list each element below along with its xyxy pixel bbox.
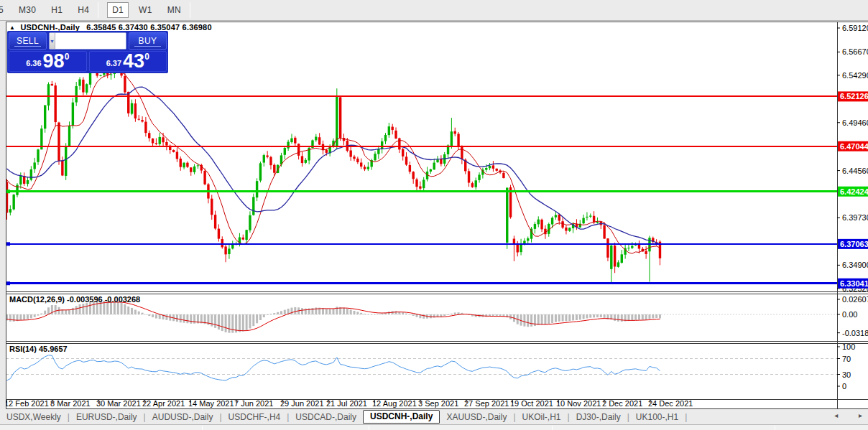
date-axis-label: 27 Sep 2021 bbox=[464, 399, 509, 408]
macd-axis-label: 0.02607 bbox=[842, 295, 868, 304]
tab-dj30-daily[interactable]: DJ30-,Daily bbox=[570, 411, 627, 424]
tab-ukoil-h1[interactable]: UKOil-,H1 bbox=[516, 411, 568, 424]
price-axis-label: 6.56670 bbox=[842, 47, 868, 56]
tab-eurusd-daily[interactable]: EURUSD-,Daily bbox=[70, 411, 144, 424]
rsi-axis-label: 0 bbox=[842, 382, 846, 391]
price-axis-label: 6.34900 bbox=[842, 261, 868, 269]
buy-price-small: 6.37 bbox=[106, 59, 121, 67]
timeframe-m30[interactable]: M30 bbox=[14, 2, 41, 18]
price-axis-label: 6.39730 bbox=[842, 213, 868, 222]
macd-axis-label: 0.00 bbox=[842, 310, 857, 319]
sell-price-small: 6.36 bbox=[26, 59, 41, 67]
hline-handle-6.42424[interactable] bbox=[6, 190, 10, 193]
tab-usdchf-h4[interactable]: USDCHF-,H4 bbox=[222, 411, 287, 424]
volume-decrease-icon[interactable]: ▼ bbox=[50, 33, 55, 49]
price-axis-label: 6.59120 bbox=[842, 24, 868, 32]
rsi-label: RSI(14) 45.9657 bbox=[9, 345, 68, 353]
price-badge-text: 6.33041 bbox=[840, 279, 868, 288]
date-axis-label: 22 Apr 2021 bbox=[142, 399, 185, 408]
date-axis-label: 2 Dec 2021 bbox=[602, 399, 642, 408]
collapse-icon[interactable]: ▲ bbox=[9, 24, 15, 31]
date-axis-label: 21 Jul 2021 bbox=[326, 399, 367, 408]
tab-uk100-h1[interactable]: UK100-,H1 bbox=[629, 411, 685, 424]
macd-label: MACD(12,26,9) -0.003596 -0.003268 bbox=[9, 295, 140, 304]
date-axis-label: 3 Sep 2021 bbox=[418, 399, 458, 408]
date-axis-label: 12 Aug 2021 bbox=[372, 399, 417, 408]
timeframe-toolbar: 5 M30 H1 H4 D1 W1 MN bbox=[0, 0, 868, 21]
hline-handle-6.37063[interactable] bbox=[6, 242, 10, 246]
sell-price-display[interactable]: 6.36 98 0 bbox=[9, 51, 87, 72]
timeframe-mn[interactable]: MN bbox=[162, 2, 186, 18]
price-badge-text: 6.42424 bbox=[840, 187, 868, 196]
rsi-axis-label: 30 bbox=[842, 370, 851, 379]
date-axis-label: 29 Jun 2021 bbox=[280, 399, 324, 408]
status-bar bbox=[0, 424, 868, 430]
buy-button[interactable]: BUY bbox=[129, 32, 167, 50]
sell-price-sup: 0 bbox=[65, 52, 70, 62]
left-gutter bbox=[0, 21, 6, 409]
buy-price-sup: 0 bbox=[144, 52, 149, 62]
tab-usdcad-daily[interactable]: USDCAD-,Daily bbox=[289, 411, 363, 424]
price-axis-label: 6.44560 bbox=[842, 167, 868, 175]
chart-canvas[interactable]: 6.591206.566706.542906.494606.445606.397… bbox=[6, 22, 868, 409]
timeframe-h4[interactable]: H4 bbox=[73, 2, 94, 18]
date-axis-label: 24 Dec 2021 bbox=[648, 399, 693, 408]
rsi-axis-label: 70 bbox=[842, 355, 851, 363]
application-window: 5 M30 H1 H4 D1 W1 MN 6.591206.566706.542… bbox=[0, 0, 868, 430]
date-axis-label: 10 Nov 2021 bbox=[556, 399, 601, 408]
date-axis-label: 14 May 2021 bbox=[188, 399, 234, 408]
price-badge-text: 6.52126 bbox=[840, 92, 868, 101]
tab-scroll-left-icon[interactable]: ◂ bbox=[834, 411, 838, 419]
status-separator bbox=[775, 426, 775, 430]
date-axis-label: 8 Mar 2021 bbox=[50, 399, 91, 408]
sell-button[interactable]: SELL bbox=[9, 32, 47, 50]
tab-scroll-arrows: ◂ ▸ bbox=[816, 411, 862, 419]
date-axis-label: 30 Mar 2021 bbox=[96, 399, 141, 408]
hline-handle-6.33041[interactable] bbox=[6, 281, 10, 285]
toolbar-separator bbox=[98, 2, 98, 18]
tab-usdx-weekly[interactable]: USDX,Weekly bbox=[0, 411, 68, 424]
tab-audusd-daily[interactable]: AUDUSD-,Daily bbox=[146, 411, 220, 424]
one-click-trade-panel: SELL ▼ ▲ BUY 6.36 98 0 6.37 43 0 bbox=[7, 31, 168, 73]
tab-scroll-right-icon[interactable]: ▸ bbox=[859, 411, 862, 419]
price-axis-label: 6.49460 bbox=[842, 118, 868, 127]
date-axis-label: 19 Oct 2021 bbox=[510, 399, 553, 408]
status-separator bbox=[202, 426, 203, 430]
price-badge-text: 6.37063 bbox=[840, 240, 868, 248]
buy-price-big: 43 bbox=[123, 52, 144, 70]
timeframe-d1[interactable]: D1 bbox=[107, 2, 129, 18]
chart-tabbar: USDX,Weekly | EURUSD-,Daily | AUDUSD-,Da… bbox=[0, 409, 868, 424]
rsi-axis-label: 100 bbox=[842, 342, 855, 351]
volume-input[interactable] bbox=[55, 33, 126, 49]
toolbar-separator bbox=[190, 2, 190, 18]
volume-stepper: ▼ ▲ bbox=[49, 32, 126, 50]
sell-price-big: 98 bbox=[43, 52, 65, 70]
timeframe-m5[interactable]: 5 bbox=[0, 2, 9, 18]
tab-usdcnh-daily[interactable]: USDCNH-,Daily bbox=[363, 410, 440, 424]
price-axis-label: 6.54290 bbox=[842, 71, 868, 80]
timeframe-w1[interactable]: W1 bbox=[134, 2, 157, 18]
timeframe-h1[interactable]: H1 bbox=[46, 2, 68, 18]
status-separator bbox=[552, 426, 553, 430]
status-separator bbox=[369, 426, 369, 430]
buy-price-display[interactable]: 6.37 43 0 bbox=[89, 51, 167, 72]
tab-xauusd-daily[interactable]: XAUUSD-,Daily bbox=[440, 411, 513, 424]
date-axis: 12 Feb 20218 Mar 202130 Mar 202122 Apr 2… bbox=[6, 399, 693, 408]
macd-axis-label: -0.03187 bbox=[842, 329, 868, 337]
date-axis-label: 7 Jun 2021 bbox=[234, 399, 273, 408]
tab-separator: | bbox=[685, 412, 687, 422]
date-axis-label: 12 Feb 2021 bbox=[6, 399, 49, 408]
price-badge-text: 6.47044 bbox=[840, 142, 868, 151]
